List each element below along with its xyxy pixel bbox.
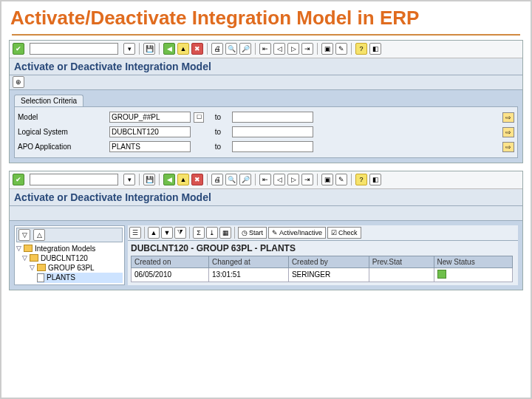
cell-new-status	[434, 267, 513, 282]
tree-client[interactable]: ▽ DUBCLNT120	[22, 253, 123, 263]
tree-root-label: Integration Models	[35, 245, 95, 253]
tree-pane: ▽ △ ▽ Integration Models ▽ DUBCLNT120 ▽ …	[14, 225, 125, 285]
tree-group-label: GROUP 63PL	[48, 264, 95, 272]
collapse-icon[interactable]: △	[33, 229, 45, 241]
document-icon	[37, 273, 44, 282]
shortcut-icon[interactable]: ✎	[335, 43, 347, 55]
expander-icon[interactable]: ▽	[30, 264, 35, 271]
f4-icon[interactable]: ☐	[194, 112, 204, 123]
separator	[139, 43, 140, 55]
table-header-row: Created on Changed at Created by Prev.St…	[132, 256, 513, 267]
system-toolbar-1: ✔ ▾ 💾 ◀ ▲ ✖ 🖨 🔍 🔎 ⇤ ◁ ▷ ⇥ ▣ ✎ ? ◧	[10, 41, 522, 58]
separator	[255, 43, 256, 55]
tree-client-label: DUBCLNT120	[41, 254, 88, 262]
expander-icon[interactable]: ▽	[16, 245, 21, 252]
row-model: Model ☐ to ⇨	[18, 110, 514, 125]
sort-asc-icon[interactable]: ▲	[148, 227, 160, 239]
help-icon[interactable]: ?	[355, 174, 367, 185]
slide-title: Activate/Deactivate Integration Model in…	[1, 1, 531, 31]
save-icon[interactable]: 💾	[143, 43, 155, 55]
execute-icon[interactable]: ⊕	[13, 76, 24, 88]
to-label: to	[207, 143, 229, 151]
clock-icon: ◷	[242, 229, 248, 236]
tab-selection-criteria[interactable]: Selection Criteria	[14, 95, 83, 106]
command-field[interactable]	[30, 174, 118, 185]
selection-panel: Model ☐ to ⇨ Logical System to ⇨ APO App…	[14, 106, 518, 158]
selection-content: Selection Criteria Model ☐ to ⇨ Logical …	[10, 90, 522, 163]
last-page-icon[interactable]: ⇥	[301, 43, 313, 55]
new-session-icon[interactable]: ▣	[321, 174, 333, 185]
input-logsys-high[interactable]	[232, 126, 313, 137]
separator	[139, 174, 140, 185]
enter-icon[interactable]: ✔	[13, 43, 24, 55]
table-row[interactable]: 06/05/2010 13:01:51 SERINGER	[132, 267, 513, 282]
cell-changed-at: 13:01:51	[208, 267, 288, 282]
input-model-low[interactable]	[109, 112, 191, 123]
col-new-status[interactable]: New Status	[434, 256, 513, 267]
col-created-on[interactable]: Created on	[132, 256, 209, 267]
sap-window-selection: ✔ ▾ 💾 ◀ ▲ ✖ 🖨 🔍 🔎 ⇤ ◁ ▷ ⇥ ▣ ✎ ? ◧ Activa…	[9, 40, 523, 163]
active-inactive-button[interactable]: ✎Active/Inactive	[268, 227, 326, 239]
input-apoapp-high[interactable]	[232, 141, 313, 152]
filter-icon[interactable]: ⧩	[174, 227, 186, 239]
exit-icon[interactable]: ▲	[177, 43, 189, 55]
multiple-selection-icon[interactable]: ⇨	[502, 127, 514, 137]
help-icon[interactable]: ?	[355, 43, 367, 55]
input-apoapp-low[interactable]	[109, 141, 191, 152]
layout-icon[interactable]: ◧	[369, 174, 381, 185]
sort-desc-icon[interactable]: ▼	[161, 227, 173, 239]
back-icon[interactable]: ◀	[163, 174, 175, 185]
folder-icon	[24, 245, 33, 252]
first-page-icon[interactable]: ⇤	[259, 43, 271, 55]
expand-icon[interactable]: ▽	[18, 229, 30, 241]
check-button[interactable]: ☑Check	[327, 227, 361, 239]
layout-icon[interactable]: ◧	[369, 43, 381, 55]
cancel-icon[interactable]: ✖	[191, 174, 203, 185]
details-icon[interactable]: ☰	[129, 227, 141, 239]
shortcut-icon[interactable]: ✎	[335, 174, 347, 185]
col-created-by[interactable]: Created by	[288, 256, 369, 267]
tree-group[interactable]: ▽ GROUP 63PL	[30, 263, 123, 273]
expander-icon[interactable]: ▽	[22, 254, 27, 262]
exit-icon[interactable]: ▲	[177, 174, 189, 185]
last-page-icon[interactable]: ⇥	[301, 174, 313, 185]
to-label: to	[207, 113, 229, 121]
dropdown-icon[interactable]: ▾	[123, 174, 135, 185]
sum-icon[interactable]: Σ	[193, 227, 205, 239]
tree-toolbar: ▽ △	[16, 228, 123, 242]
layout-icon[interactable]: ▦	[219, 227, 231, 239]
input-model-high[interactable]	[232, 112, 313, 123]
start-button[interactable]: ◷Start	[238, 227, 267, 239]
multiple-selection-icon[interactable]: ⇨	[502, 112, 514, 123]
back-icon[interactable]: ◀	[163, 43, 175, 55]
save-icon[interactable]: 💾	[143, 174, 155, 185]
cancel-icon[interactable]: ✖	[191, 43, 203, 55]
prev-page-icon[interactable]: ◁	[273, 174, 285, 185]
col-prev-stat[interactable]: Prev.Stat	[369, 256, 434, 267]
label-model: Model	[18, 113, 106, 121]
export-icon[interactable]: ⤓	[206, 227, 218, 239]
next-page-icon[interactable]: ▷	[287, 174, 299, 185]
print-icon[interactable]: 🖨	[211, 43, 223, 55]
find-icon[interactable]: 🔍	[225, 43, 237, 55]
first-page-icon[interactable]: ⇤	[259, 174, 271, 185]
input-logsys-low[interactable]	[109, 126, 191, 137]
find-icon[interactable]: 🔍	[225, 174, 237, 185]
tree-root[interactable]: ▽ Integration Models	[16, 244, 123, 253]
multiple-selection-icon[interactable]: ⇨	[502, 142, 514, 152]
prev-page-icon[interactable]: ◁	[273, 43, 285, 55]
folder-icon	[37, 264, 46, 271]
next-page-icon[interactable]: ▷	[287, 43, 299, 55]
print-icon[interactable]: 🖨	[211, 174, 223, 185]
active-label: Active/Inactive	[279, 229, 322, 236]
dropdown-icon[interactable]: ▾	[123, 43, 135, 55]
find-next-icon[interactable]: 🔎	[239, 174, 251, 185]
tree-leaf[interactable]: PLANTS	[37, 273, 123, 283]
separator	[255, 174, 256, 185]
col-changed-at[interactable]: Changed at	[208, 256, 288, 267]
find-next-icon[interactable]: 🔎	[239, 43, 251, 55]
new-session-icon[interactable]: ▣	[321, 43, 333, 55]
enter-icon[interactable]: ✔	[13, 174, 24, 185]
separator	[159, 43, 160, 55]
command-field[interactable]	[30, 43, 118, 55]
